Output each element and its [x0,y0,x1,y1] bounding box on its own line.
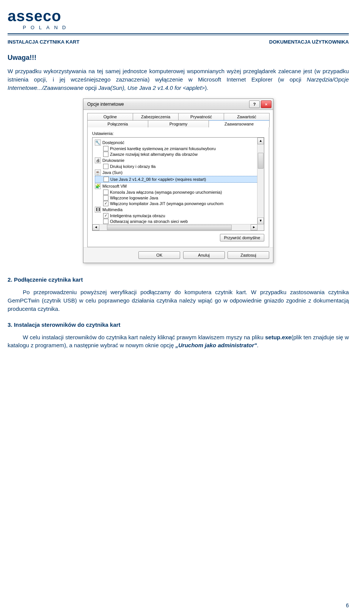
doc-title-left: INSTALACJA CZYTNIKA KART [8,39,79,45]
brand-subtitle: POLAND [23,25,349,30]
tree-group[interactable]: 🔧Dostępność [95,140,264,146]
text-bold-italic: „Uruchom jako administrator" [176,342,257,348]
text: ). [205,85,208,91]
checkbox[interactable] [103,146,108,151]
apply-button[interactable]: Zastosuj [228,251,269,259]
tree-item[interactable]: Drukuj kolory i obrazy tła [95,164,264,169]
tree-item[interactable]: Odtwarzaj animacje na stronach sieci web [95,219,264,224]
tree-item-label: Odtwarzaj animacje na stronach sieci web [110,219,188,224]
tree-item-label: Włączony kompilator Java JIT (wymaga pon… [110,201,223,206]
tree-group-label: Multimedia [102,207,122,212]
paragraph-1: W przypadku wykorzystywania na tej samej… [8,67,349,92]
tab-row-1: Ogólne Zabezpieczenia Prywatność Zawarto… [87,113,269,120]
group-icon: 🎞 [95,207,101,213]
text: opcji [83,85,98,91]
checkbox[interactable] [103,152,108,157]
group-icon: 🧩 [95,183,101,189]
checkbox[interactable] [103,195,108,201]
horizontal-scrollbar[interactable]: ◄ ► [93,224,257,230]
text: W celu instalacji sterowników do czytnik… [23,334,265,340]
tabs-container: Ogólne Zabezpieczenia Prywatność Zawarto… [83,110,273,247]
tree-items: 🔧DostępnośćPrzenieś karetkę systemową ze… [93,138,264,231]
tree-group[interactable]: 🧩Microsoft VM [95,183,264,189]
divider [8,35,349,35]
tab-zawartosc[interactable]: Zawartość [224,113,270,120]
tree-item-label: Konsola Java włączona (wymaga ponownego … [110,190,222,194]
doc-title-right: DOKUMENTACJA UŻYTKOWNIKA [269,39,349,45]
tree-item-label: Włączone logowanie Java [110,196,158,200]
tree-item[interactable]: Zawsze rozwijaj tekst alternatywny dla o… [95,152,264,157]
tab-row-2: Połączenia Programy Zaawansowane [87,120,269,127]
scroll-thumb-h[interactable] [107,225,232,230]
dialog-title: Opcje internetowe [87,102,248,107]
text: W przypadku wykorzystywania na tej samej… [8,68,349,83]
scroll-up-icon[interactable]: ▲ [257,138,264,144]
tree-item[interactable]: Przenieś karetkę systemową ze zmianami f… [95,146,264,151]
tab-zaawansowane[interactable]: Zaawansowane [209,120,270,127]
group-icon: ☕ [95,169,101,176]
ok-button[interactable]: OK [138,251,180,259]
tree-item-label: Odtwarzaj wideo na stronach sieci web [110,230,182,231]
tree-item[interactable]: Konsola Java włączona (wymaga ponownego … [95,190,264,195]
section-3-heading: 3. Instalacja sterowników do czytnika ka… [8,321,349,328]
tree-group[interactable]: 🎞Multimedia [95,207,264,213]
section-3-body: W celu instalacji sterowników do czytnik… [8,333,349,350]
text: . [257,342,258,348]
checkbox[interactable]: ✓ [103,213,108,218]
tree-item[interactable]: ✓Inteligentna symulacja obrazu [95,213,264,218]
tree-item[interactable]: ✓Włączony kompilator Java JIT (wymaga po… [95,201,264,206]
dialog-footer: OK Anuluj Zastosuj [83,247,273,263]
tab-prywatnosc[interactable]: Prywatność [178,113,224,120]
tree-item[interactable]: Włączone logowanie Java [95,195,264,201]
tab-polaczenia[interactable]: Połączenia [87,120,148,127]
tree-group-label: Microsoft VM [102,184,127,188]
tree-group-label: Java (Sun) [102,170,122,175]
warning-heading: Uwaga!!! [8,54,349,62]
tab-body: Ustawienia: 🔧DostępnośćPrzenieś karetkę … [87,127,269,247]
doc-header-bar: INSTALACJA CZYTNIKA KART DOKUMENTACJA UŻ… [8,39,349,45]
scroll-thumb[interactable] [258,153,264,169]
tab-programy[interactable]: Programy [148,120,209,127]
checkbox[interactable] [104,177,109,182]
logo-area: asseco POLAND [8,8,349,30]
tree-item-label: Use Java 2 v1.4.2_08 for <applet> (requi… [110,177,206,182]
vertical-scrollbar[interactable]: ▲ ▼ [257,138,264,230]
tree-item-label: Zawsze rozwijaj tekst alternatywny dla o… [110,152,198,157]
scroll-right-icon[interactable]: ► [251,224,257,230]
tree-group-label: Dostępność [102,140,124,145]
checkbox[interactable] [103,164,108,169]
tree-group[interactable]: ☕Java (Sun) [95,169,264,176]
scroll-down-icon[interactable]: ▼ [257,218,264,224]
group-icon: 🔧 [95,140,101,146]
scroll-left-icon[interactable]: ◄ [93,224,99,230]
internet-options-dialog: Opcje internetowe ? × Ogólne Zabezpiecze… [83,99,273,263]
section-2-body: Po przeprowadzeniu powyższej weryfikacji… [8,288,349,313]
tree-item[interactable]: Use Java 2 v1.4.2_08 for <applet> (requi… [95,176,264,183]
divider [8,33,349,34]
restore-row: Przywróć domyślne [92,234,264,241]
group-icon: 🖨 [95,157,101,163]
tree-group[interactable]: 🖨Drukowanie [95,157,264,163]
close-button[interactable]: × [261,100,271,108]
scroll-track[interactable] [99,224,251,230]
settings-tree: 🔧DostępnośćPrzenieś karetkę systemową ze… [92,137,264,231]
text-bold: setup.exe [265,334,291,340]
dialog-titlebar[interactable]: Opcje internetowe ? × [83,99,273,110]
settings-label: Ustawienia: [92,131,264,136]
cancel-button[interactable]: Anuluj [183,251,225,259]
checkbox[interactable] [103,190,108,195]
tree-item-label: Inteligentna symulacja obrazu [110,213,165,218]
brand-name: asseco [8,8,349,25]
tree-item-label: Drukuj kolory i obrazy tła [110,164,155,169]
checkbox[interactable] [103,219,108,224]
tab-zabezpieczenia[interactable]: Zabezpieczenia [133,113,179,120]
section-2-heading: 2. Podłączenie czytnika kart [8,276,349,283]
page-number: 6 [346,602,349,608]
tab-ogolne[interactable]: Ogólne [87,113,133,120]
help-button[interactable]: ? [249,100,260,108]
text-italic: Java(Sun), Use Java 2 v1.4.0 for <applet… [98,85,205,91]
tree-item-label: Przenieś karetkę systemową ze zmianami f… [110,146,216,151]
restore-defaults-button[interactable]: Przywróć domyślne [220,234,264,241]
checkbox[interactable]: ✓ [103,201,108,206]
tree-group-label: Drukowanie [102,158,124,163]
